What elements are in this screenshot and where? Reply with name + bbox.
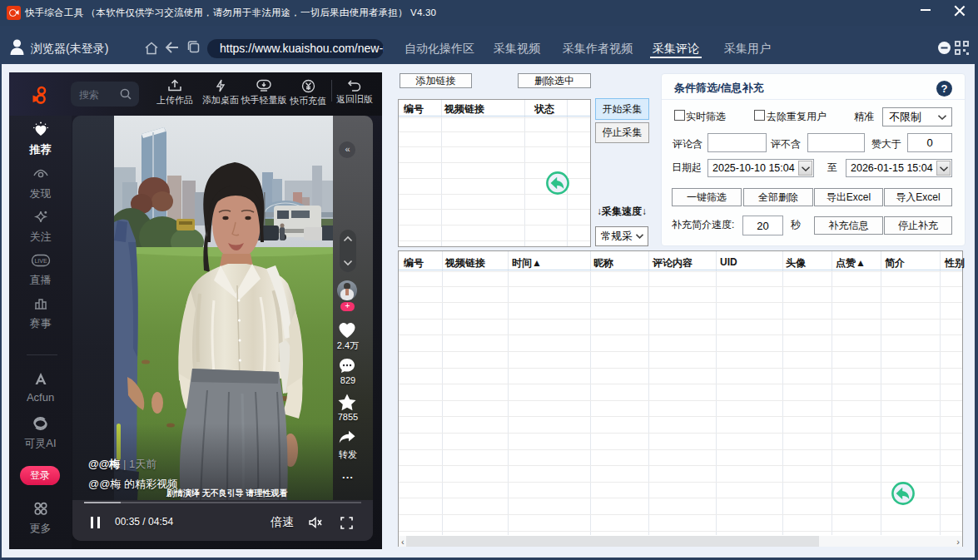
svg-text:LIVE: LIVE <box>34 258 47 264</box>
svg-text:?: ? <box>941 82 948 95</box>
